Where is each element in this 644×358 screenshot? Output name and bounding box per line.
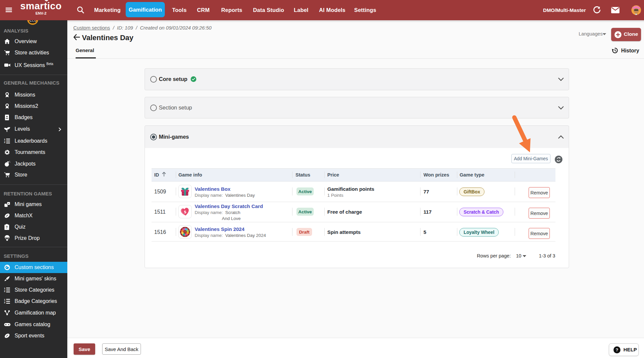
- svg-text:1: 1: [4, 287, 5, 290]
- svg-text:?: ?: [616, 347, 618, 352]
- svg-text:2: 2: [4, 290, 5, 293]
- svg-text:2: 2: [4, 141, 5, 144]
- svg-text:1: 1: [4, 138, 5, 141]
- svg-text:?: ?: [6, 226, 8, 229]
- svg-text:2: 2: [4, 301, 5, 304]
- svg-text:1: 1: [4, 299, 5, 301]
